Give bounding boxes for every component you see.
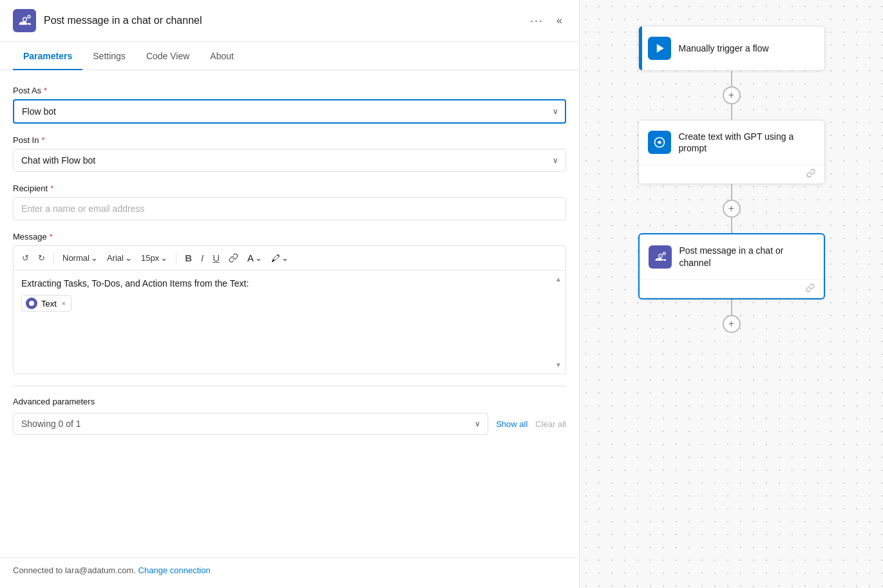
gpt-link-icon	[806, 169, 815, 180]
editor-tag-label: Text	[41, 299, 57, 308]
connector-line-2b	[731, 218, 732, 233]
collapse-button[interactable]: «	[553, 12, 566, 29]
recipient-label: Recipient *	[13, 184, 566, 193]
recipient-group: Recipient *	[13, 184, 566, 220]
divider	[13, 386, 566, 386]
node-left-bar	[639, 26, 642, 70]
font-style-chevron-icon: ⌄	[91, 253, 98, 263]
scroll-up-icon[interactable]: ▲	[555, 276, 562, 283]
connector-line-1	[731, 71, 732, 86]
required-star-3: *	[50, 184, 53, 193]
editor-text-line: Extracting Tasks, To-Dos, and Action Ite…	[21, 278, 558, 289]
post-in-label: Post In *	[13, 135, 566, 145]
node-inner-post: Post message in a chat or channel	[640, 234, 824, 278]
bold-button[interactable]: B	[182, 250, 195, 266]
connector-line-3	[731, 299, 732, 315]
italic-button[interactable]: I	[198, 250, 207, 266]
post-node-footer	[640, 279, 824, 298]
font-style-dropdown[interactable]: Normal ⌄	[59, 251, 101, 265]
highlight-chevron-icon: ⌄	[281, 253, 289, 263]
connector-3: +	[723, 299, 741, 333]
gpt-title: Create text with GPT using a prompt	[679, 131, 815, 154]
recipient-input[interactable]	[13, 197, 566, 220]
connector-2: +	[723, 184, 741, 233]
message-editor: ↺ ↻ Normal ⌄ Arial ⌄ 15px ⌄	[13, 245, 566, 374]
tab-parameters[interactable]: Parameters	[13, 42, 82, 70]
post-as-select[interactable]: Flow bot	[13, 99, 566, 124]
add-step-button-1[interactable]: +	[723, 86, 741, 104]
toolbar-sep-2	[176, 252, 176, 264]
flow-node-trigger[interactable]: Manually trigger a flow	[638, 26, 825, 71]
clear-all-button[interactable]: Clear all	[535, 415, 566, 433]
panel-header-title: Post message in a chat or channel	[44, 15, 518, 26]
message-label: Message *	[13, 232, 566, 242]
font-family-dropdown[interactable]: Arial ⌄	[104, 251, 135, 265]
required-star: *	[44, 86, 47, 95]
flow-node-post[interactable]: Post message in a chat or channel	[638, 233, 825, 299]
post-title: Post message in a chat or channel	[679, 245, 815, 268]
more-options-button[interactable]: ···	[526, 12, 547, 30]
undo-button[interactable]: ↺	[19, 251, 32, 265]
show-all-button[interactable]: Show all	[496, 415, 527, 433]
post-as-select-wrapper: Flow bot ∨	[13, 99, 566, 124]
link-button[interactable]	[225, 251, 242, 265]
editor-tag-close-button[interactable]: ×	[62, 299, 66, 307]
post-icon	[649, 245, 672, 269]
font-family-chevron-icon: ⌄	[125, 253, 132, 263]
post-in-select[interactable]: Chat with Flow bot	[13, 149, 566, 172]
required-star-2: *	[41, 135, 44, 145]
gpt-icon	[648, 131, 671, 154]
post-link-icon	[806, 283, 815, 294]
header-actions: ··· «	[526, 12, 566, 30]
form-body: Post As * Flow bot ∨ Post In * Chat with…	[0, 70, 579, 557]
post-in-group: Post In * Chat with Flow bot ∨	[13, 135, 566, 172]
trigger-icon	[648, 37, 671, 60]
font-size-dropdown[interactable]: 15px ⌄	[138, 251, 171, 265]
flow-container: Manually trigger a flow + Create text wi…	[629, 26, 835, 333]
tab-code-view[interactable]: Code View	[136, 42, 200, 70]
underline-button[interactable]: U	[209, 250, 223, 266]
advanced-row: Showing 0 of 1 ∨ Show all Clear all	[13, 413, 566, 435]
tab-about[interactable]: About	[200, 42, 244, 70]
font-size-chevron-icon: ⌄	[160, 253, 167, 263]
editor-tag: Text ×	[21, 295, 71, 312]
connector-line-1b	[731, 104, 732, 120]
advanced-select-wrapper: Showing 0 of 1 ∨	[13, 413, 488, 435]
message-group: Message * ↺ ↻ Normal ⌄ Arial ⌄	[13, 232, 566, 374]
scroll-down-icon[interactable]: ▼	[555, 361, 562, 368]
left-panel: Post message in a chat or channel ··· « …	[0, 0, 580, 588]
toolbar-sep-1	[53, 252, 54, 264]
add-step-button-2[interactable]: +	[723, 200, 741, 218]
flow-node-gpt[interactable]: Create text with GPT using a prompt	[638, 120, 825, 184]
teams-icon	[13, 9, 36, 32]
node-inner-gpt: Create text with GPT using a prompt	[639, 120, 824, 164]
post-in-select-wrapper: Chat with Flow bot ∨	[13, 149, 566, 172]
add-step-button-3[interactable]: +	[723, 315, 741, 333]
panel-footer: Connected to lara@adatum.com. Change con…	[0, 557, 579, 588]
panel-header: Post message in a chat or channel ··· «	[0, 0, 579, 42]
connected-text: Connected to lara@adatum.com.	[13, 565, 136, 575]
tabs-nav: Parameters Settings Code View About	[0, 42, 579, 70]
connector-line-2	[731, 184, 732, 200]
node-inner-trigger: Manually trigger a flow	[639, 26, 824, 70]
advanced-select[interactable]: Showing 0 of 1	[13, 413, 488, 435]
editor-content[interactable]: Extracting Tasks, To-Dos, and Action Ite…	[14, 270, 565, 374]
editor-toolbar: ↺ ↻ Normal ⌄ Arial ⌄ 15px ⌄	[14, 246, 565, 270]
tab-settings[interactable]: Settings	[82, 42, 136, 70]
advanced-section: Advanced parameters Showing 0 of 1 ∨ Sho…	[13, 397, 566, 435]
change-connection-link[interactable]: Change connection	[138, 565, 211, 575]
redo-button[interactable]: ↻	[35, 251, 48, 265]
font-color-dropdown[interactable]: A ⌄	[244, 251, 265, 265]
highlight-dropdown[interactable]: 🖍 ⌄	[268, 251, 292, 265]
post-as-label: Post As *	[13, 86, 566, 95]
tag-icon	[26, 298, 37, 309]
right-panel: Manually trigger a flow + Create text wi…	[580, 0, 883, 588]
post-as-group: Post As * Flow bot ∨	[13, 86, 566, 124]
required-star-4: *	[50, 232, 53, 242]
connector-1: +	[723, 71, 741, 120]
advanced-label: Advanced parameters	[13, 397, 566, 406]
gpt-node-footer	[639, 164, 824, 184]
font-color-chevron-icon: ⌄	[255, 253, 262, 263]
trigger-title: Manually trigger a flow	[679, 43, 769, 54]
